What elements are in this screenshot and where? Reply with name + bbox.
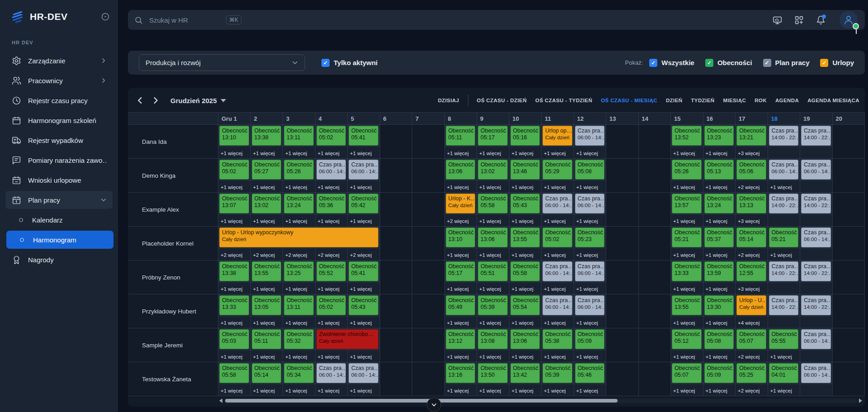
day-cell-17[interactable]: Obecność05:07+2 więcej: [736, 328, 768, 362]
more-events-label[interactable]: +2 więcej: [447, 218, 469, 224]
apps-grid-icon[interactable]: [794, 15, 804, 25]
event-chip-presence[interactable]: Obecność13:21: [736, 126, 766, 146]
more-events-label[interactable]: +1 więcej: [479, 320, 501, 326]
view-button-oś-czasu-tydzień[interactable]: OŚ CZASU - TYDZIEŃ: [535, 98, 592, 103]
day-cell-16[interactable]: Obecność13:30+1 więcej: [703, 294, 736, 328]
day-cell-1[interactable]: Urlop - Urlop wypoczynkowyCały dzień+2 w…: [218, 227, 251, 260]
sidebar-item-kalendarz[interactable]: Kalendarz: [5, 211, 113, 229]
day-cell-4[interactable]: Obecność05:02+1 więcej: [316, 125, 348, 158]
event-chip-presence[interactable]: Obecność13:16: [446, 363, 476, 383]
day-cell-8[interactable]: Obecność13:12+1 więcej: [445, 328, 477, 362]
day-cell-9[interactable]: Obecność05:58+1 więcej: [477, 193, 509, 226]
event-chip-presence[interactable]: Obecność05:06: [736, 160, 766, 180]
day-cell-12[interactable]: Czas pra…06:00 - 14:…+1 więcej: [574, 260, 607, 294]
day-cell-7[interactable]: [412, 328, 445, 362]
day-cell-9[interactable]: Obecność05:51+1 więcej: [477, 260, 509, 294]
more-events-label[interactable]: +2 więcej: [738, 354, 760, 360]
event-chip-presence[interactable]: Obecność05:07: [672, 363, 702, 383]
previous-month-button[interactable]: [135, 95, 145, 105]
day-cell-19[interactable]: Czas pra…06:00 - 14:…: [800, 159, 833, 192]
event-chip-plan[interactable]: Czas pra…06:00 - 14:…: [575, 126, 605, 146]
more-events-label[interactable]: +1 więcej: [221, 185, 242, 190]
event-chip-plan[interactable]: Czas pra…06:00 - 14:…: [542, 295, 572, 315]
more-events-label[interactable]: +1 więcej: [285, 286, 307, 292]
more-events-label[interactable]: +1 więcej: [770, 252, 792, 258]
show-option-urlopy[interactable]: ✓Urlopy: [820, 59, 854, 67]
event-chip-plan[interactable]: Czas pra…06:00 - 14:…: [769, 160, 799, 180]
event-chip-presence[interactable]: Obecność13:33: [219, 295, 249, 315]
checkbox-icon[interactable]: ✓: [820, 59, 828, 67]
event-chip-presence[interactable]: Obecność13:25: [284, 261, 314, 281]
event-chip-presence[interactable]: Obecność05:39: [478, 295, 508, 315]
more-events-label[interactable]: +2 więcej: [285, 252, 307, 258]
event-chip-presence[interactable]: Obecność05:27: [252, 160, 282, 180]
event-chip-presence[interactable]: Obecność13:07: [219, 194, 249, 213]
event-chip-presence[interactable]: Obecność13:59: [704, 261, 734, 281]
event-chip-presence[interactable]: Obecność04:01: [769, 363, 799, 383]
day-cell-6[interactable]: [380, 362, 413, 396]
more-events-label[interactable]: +1 więcej: [318, 185, 340, 190]
day-cell-13[interactable]: [606, 159, 639, 192]
event-chip-presence[interactable]: Obecność05:37: [704, 227, 734, 247]
day-cell-17[interactable]: Obecność05:14+2 więcej: [736, 227, 768, 260]
day-cell-17[interactable]: Obecność05:06+2 więcej: [736, 159, 768, 192]
day-cell-18[interactable]: Czas pra…14:00 - 22:…: [768, 294, 801, 328]
more-events-label[interactable]: +1 więcej: [706, 218, 727, 224]
day-cell-1[interactable]: Obecność13:07+1 więcej: [218, 193, 251, 226]
more-events-label[interactable]: +2 więcej: [738, 185, 760, 190]
event-chip-vacation[interactable]: Urlop op…Cały dzień: [542, 126, 572, 146]
day-cell-11[interactable]: Obecność05:38+1 więcej: [542, 328, 574, 362]
event-chip-presence[interactable]: Obecność13:13: [736, 194, 766, 213]
scrollbar-track[interactable]: [224, 398, 857, 403]
more-events-label[interactable]: +1 więcej: [479, 286, 501, 292]
day-cell-8[interactable]: Obecność05:49+1 więcej: [445, 294, 477, 328]
day-cell-7[interactable]: [412, 294, 445, 328]
view-button-dzień[interactable]: DZIEŃ: [666, 98, 683, 103]
day-cell-10[interactable]: Obecność13:55+1 więcej: [509, 227, 542, 260]
more-events-label[interactable]: +1 więcej: [512, 286, 533, 292]
event-chip-plan[interactable]: Czas pra…14:00 - 22:…: [801, 194, 831, 213]
day-cell-10[interactable]: Obecność13:46+1 więcej: [509, 159, 542, 192]
more-events-label[interactable]: +1 więcej: [318, 218, 340, 224]
event-chip-presence[interactable]: Obecność13:55: [510, 227, 540, 247]
day-cell-17[interactable]: Obecność13:21+3 więcej: [736, 125, 768, 158]
more-events-label[interactable]: +3 więcej: [738, 286, 760, 292]
more-events-label[interactable]: +2 więcej: [253, 252, 275, 258]
day-cell-1[interactable]: Obecność05:03+1 więcej: [218, 328, 251, 362]
day-cell-12[interactable]: Czas pra…06:00 - 14:…+1 więcej: [574, 294, 607, 328]
notifications-bell-icon[interactable]: [816, 15, 826, 25]
more-events-label[interactable]: +1 więcej: [706, 286, 727, 292]
more-events-label[interactable]: +1 więcej: [512, 252, 533, 258]
day-cell-13[interactable]: [606, 362, 639, 396]
more-events-label[interactable]: +1 więcej: [318, 354, 340, 360]
event-chip-presence[interactable]: Obecność05:02: [219, 160, 249, 180]
event-chip-presence[interactable]: Obecność13:06: [446, 160, 476, 180]
day-cell-15[interactable]: Obecność13:52+1 więcej: [671, 125, 703, 158]
event-chip-presence[interactable]: Obecność13:24: [704, 194, 734, 213]
more-events-label[interactable]: +1 więcej: [706, 151, 727, 156]
day-cell-15[interactable]: Obecność05:07+1 więcej: [671, 362, 703, 396]
more-events-label[interactable]: +1 więcej: [673, 185, 695, 190]
day-cell-7[interactable]: [412, 260, 445, 294]
view-button-tydzień[interactable]: TYDZIEŃ: [691, 98, 714, 103]
scrollbar-thumb[interactable]: [225, 399, 618, 403]
day-cell-11[interactable]: Czas pra…06:00 - 14:…+1 więcej: [542, 294, 574, 328]
more-events-label[interactable]: +1 więcej: [512, 388, 533, 393]
event-chip-presence[interactable]: Obecność13:30: [704, 295, 734, 315]
day-cell-19[interactable]: Czas pra…06:00 - 14:…: [800, 362, 833, 396]
sidebar-item-harmonogram[interactable]: Harmonogram: [6, 231, 113, 249]
day-cell-17[interactable]: Obecność12:55+3 więcej: [736, 260, 768, 294]
more-events-label[interactable]: +1 więcej: [318, 151, 340, 156]
more-events-label[interactable]: +1 więcej: [512, 185, 533, 190]
event-chip-plan[interactable]: Czas pra…14:00 - 22:…: [769, 261, 799, 281]
day-cell-3[interactable]: Obecność13:11+1 więcej: [283, 125, 316, 158]
event-chip-presence[interactable]: Obecność05:12: [672, 329, 702, 349]
day-cell-5[interactable]: Obecność05:42+1 więcej: [348, 193, 380, 226]
event-chip-plan[interactable]: Czas pra…06:00 - 14:…: [575, 261, 605, 281]
day-cell-19[interactable]: Czas pra…06:00 - 14:…: [800, 227, 833, 260]
more-events-label[interactable]: +1 więcej: [253, 388, 275, 393]
event-chip-presence[interactable]: Obecność13:52: [672, 126, 702, 146]
sidebar-item-pomiary-narażenia-zawo[interactable]: Pomiary narażenia zawo…: [5, 151, 113, 169]
more-events-label[interactable]: +1 więcej: [350, 388, 372, 393]
day-cell-14[interactable]: [639, 260, 671, 294]
